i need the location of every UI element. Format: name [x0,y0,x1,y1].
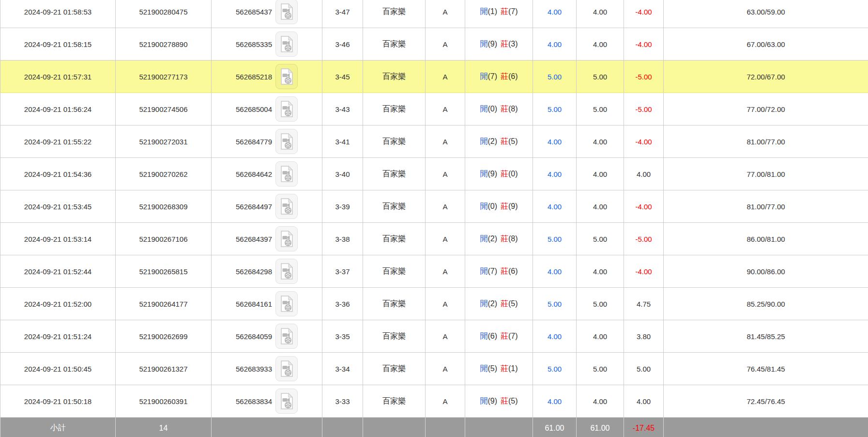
bet-id: 521900265815 [116,255,212,288]
video-replay-button[interactable] [275,161,298,187]
win-loss: -4.00 [624,125,664,158]
banker-score: (9) [508,202,518,210]
bet-row: 2024-09-21 01:56:24 521900274506 5626850… [0,93,868,125]
video-replay-button[interactable] [275,31,298,57]
subtotal-empty-balance [664,418,868,437]
video-file-icon [279,230,294,248]
valid-bet: 5.00 [577,353,624,385]
banker-label: 莊 [501,364,508,373]
subtotal-empty-table [426,418,465,437]
video-replay-button[interactable] [275,291,298,316]
game-name: 百家樂 [363,0,426,28]
player-label: 閒 [480,202,487,210]
player-label: 閒 [480,332,487,340]
win-loss: -4.00 [624,190,664,223]
win-loss: 5.00 [624,353,664,385]
video-replay-button[interactable] [275,389,298,414]
player-score: (0) [487,202,497,210]
game-name: 百家樂 [363,385,426,418]
banker-label: 莊 [501,170,508,178]
video-replay-button[interactable] [275,324,298,349]
banker-score: (6) [508,267,518,275]
bet-id: 521900274506 [116,93,212,125]
round-id-cell: 562684059 [212,320,322,353]
valid-bet: 5.00 [577,61,624,93]
round-id: 562685004 [236,105,272,113]
bet-row: 2024-09-21 01:51:24 521900262699 5626840… [0,320,868,353]
video-replay-button[interactable] [275,129,298,154]
subtotal-count: 14 [116,418,212,437]
game-name: 百家樂 [363,93,426,125]
player-score: (2) [487,137,497,145]
win-loss: -4.00 [624,28,664,61]
bet-time: 2024-09-21 01:53:45 [0,190,116,223]
round-id-cell: 562685437 [212,0,322,28]
game-result: 閒(2)莊(5) [465,288,533,320]
round-number: 3-38 [322,223,363,255]
round-number: 3-35 [322,320,363,353]
video-file-icon [279,68,294,85]
win-loss: 4.75 [624,288,664,320]
game-name: 百家樂 [363,190,426,223]
bet-row: 2024-09-21 01:50:45 521900261327 5626839… [0,353,868,385]
banker-label: 莊 [501,267,508,275]
game-result: 閒(6)莊(7) [465,320,533,353]
video-replay-button[interactable] [275,356,298,381]
bet-amount: 4.00 [533,255,577,288]
win-loss: 4.00 [624,158,664,190]
bet-time: 2024-09-21 01:58:53 [0,0,116,28]
valid-bet: 4.00 [577,320,624,353]
round-number: 3-33 [322,385,363,418]
game-name: 百家樂 [363,125,426,158]
round-number: 3-45 [322,61,363,93]
round-id: 562683834 [236,397,272,406]
round-id: 562685335 [236,40,272,48]
game-result: 閒(0)莊(8) [465,93,533,125]
player-label: 閒 [480,364,487,373]
bet-row: 2024-09-21 01:54:36 521900270262 5626846… [0,158,868,190]
video-file-icon [279,35,294,53]
valid-bet: 5.00 [577,223,624,255]
table-code: A [426,158,465,190]
game-result: 閒(0)莊(9) [465,190,533,223]
video-replay-button[interactable] [275,194,298,219]
player-score: (0) [487,105,497,113]
video-replay-button[interactable] [275,226,298,251]
player-label: 閒 [480,267,487,275]
banker-label: 莊 [501,397,508,405]
bet-time: 2024-09-21 01:58:15 [0,28,116,61]
player-score: (9) [487,170,497,178]
video-replay-button[interactable] [275,96,298,122]
video-replay-button[interactable] [275,259,298,284]
bet-id: 521900267106 [116,223,212,255]
round-id-cell: 562685335 [212,28,322,61]
win-loss: 4.00 [624,385,664,418]
bet-row: 2024-09-21 01:57:31 521900277173 5626852… [0,61,868,93]
bet-amount: 4.00 [533,0,577,28]
player-label: 閒 [480,7,487,16]
bet-amount: 5.00 [533,93,577,125]
round-id-cell: 562685004 [212,93,322,125]
round-number: 3-39 [322,190,363,223]
bet-id: 521900277173 [116,61,212,93]
game-result: 閒(9)莊(3) [465,28,533,61]
player-score: (9) [487,397,497,405]
banker-score: (8) [508,234,518,243]
video-file-icon [279,392,294,410]
subtotal-label: 小計 [0,418,116,437]
bet-id: 521900264177 [116,288,212,320]
bet-id: 521900272031 [116,125,212,158]
video-replay-button[interactable] [275,64,298,89]
bet-id: 521900262699 [116,320,212,353]
round-id: 562684497 [236,203,272,211]
video-replay-button[interactable] [275,0,298,24]
balance: 81.00/77.00 [664,190,868,223]
win-loss: -5.00 [624,93,664,125]
player-label: 閒 [480,170,487,178]
video-file-icon [279,3,294,20]
table-code: A [426,255,465,288]
bet-time: 2024-09-21 01:57:31 [0,61,116,93]
balance: 86.00/81.00 [664,223,868,255]
bet-time: 2024-09-21 01:51:24 [0,320,116,353]
banker-score: (3) [508,40,518,48]
